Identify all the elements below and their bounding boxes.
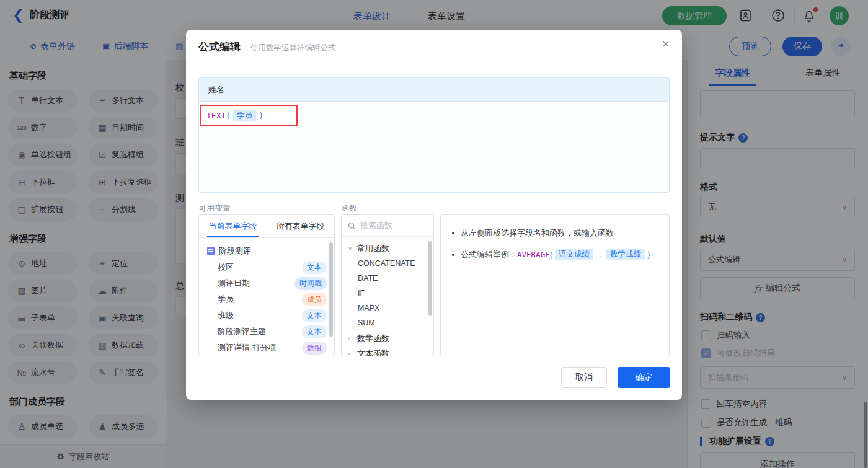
function-group-label: 数学函数 — [357, 333, 389, 344]
bullet-icon — [452, 232, 454, 234]
variable-name: 测评日期 — [218, 278, 294, 289]
variables-scrollbar[interactable] — [329, 242, 333, 337]
confirm-button[interactable]: 确定 — [618, 367, 670, 388]
search-placeholder: 搜索函数 — [360, 220, 392, 231]
variables-tab-all[interactable]: 所有表单字段 — [267, 215, 334, 237]
variable-item-测评日期[interactable]: 测评日期时间戳 — [199, 275, 334, 291]
function-item-CONCATENATE[interactable]: CONCATENATE — [342, 256, 433, 271]
formula-input-area[interactable]: TEXT(学员) — [199, 102, 669, 193]
variables-tabs: 当前表单字段所有表单字段 — [199, 215, 334, 238]
variable-type-badge: 数组 — [302, 342, 327, 355]
modal-subtitle: 使用数学运算符编辑公式 — [250, 43, 336, 53]
formula-help-box: 从左侧面板选择字段名和函数，或输入函数 公式编辑举例： AVERAGE(语文成绩… — [440, 214, 670, 356]
function-item-IF[interactable]: IF — [342, 286, 433, 301]
formula-editor-modal: 公式编辑 使用数学运算符编辑公式 × 姓名 = TEXT(学员) 可用变量 当前… — [186, 30, 682, 400]
function-item-MAPX[interactable]: MAPX — [342, 301, 433, 316]
cancel-button[interactable]: 取消 — [561, 367, 607, 388]
formula-function: TEXT — [206, 111, 226, 120]
variable-name: 测评详情.打分项 — [218, 342, 302, 353]
function-item-DATE[interactable]: DATE — [342, 271, 433, 286]
help-line-1: 从左侧面板选择字段名和函数，或输入函数 — [452, 227, 658, 239]
modal-title: 公式编辑 — [198, 40, 241, 54]
formula-target-label: 姓名 = — [199, 78, 669, 102]
variable-type-badge: 文本 — [302, 261, 327, 274]
variable-type-badge: 文本 — [302, 309, 327, 322]
variable-item-班级[interactable]: 班级文本 — [199, 307, 334, 324]
variable-type-badge: 文本 — [302, 325, 327, 338]
caret-down-icon: ∨ — [348, 245, 353, 252]
function-group-label: 常用函数 — [357, 243, 389, 254]
variable-item-学员[interactable]: 学员成员 — [199, 291, 334, 307]
variable-type-badge: 时间戳 — [294, 277, 327, 290]
variable-name: 校区 — [218, 262, 302, 273]
functions-label: 函数 — [341, 203, 357, 214]
variable-item-校区[interactable]: 校区文本 — [199, 259, 334, 275]
variable-root-label: 阶段测评 — [219, 245, 251, 257]
function-search-input[interactable]: 搜索函数 — [342, 215, 433, 237]
variable-root-node[interactable]: 阶段测评 — [199, 243, 334, 259]
variables-tab-current[interactable]: 当前表单字段 — [199, 215, 267, 237]
variable-name: 阶段测评主题 — [218, 326, 302, 337]
function-group-文本函数[interactable]: ›文本函数 — [342, 346, 433, 356]
variable-name: 班级 — [218, 310, 302, 321]
help-line-2: 公式编辑举例： AVERAGE(语文成绩，数学成绩) — [452, 249, 658, 260]
formula-error-highlight: TEXT(学员) — [200, 105, 298, 126]
function-group-label: 文本函数 — [357, 348, 389, 357]
form-doc-icon — [207, 247, 215, 255]
caret-right-icon: › — [348, 335, 353, 342]
functions-scrollbar[interactable] — [428, 241, 432, 316]
functions-box: 搜索函数 ∨常用函数CONCATENATEDATEIFMAPXSUM›数学函数›… — [341, 214, 434, 356]
variable-item-测评详情.打分项[interactable]: 测评详情.打分项数组 — [199, 340, 334, 356]
variable-name: 学员 — [218, 294, 302, 305]
bullet-icon — [452, 254, 454, 256]
caret-right-icon: › — [348, 350, 353, 356]
search-icon — [348, 222, 356, 230]
variable-type-badge: 成员 — [302, 293, 327, 306]
function-group-常用函数[interactable]: ∨常用函数 — [342, 241, 433, 256]
variables-label: 可用变量 — [198, 203, 231, 214]
app-root: ❮ 阶段测评 表单设计表单设置 数据管理 训 ⊘表单外链▣后端脚本▥数据权 预览… — [0, 0, 868, 468]
variables-box: 当前表单字段所有表单字段 阶段测评校区文本测评日期时间戳学员成员班级文本阶段测评… — [198, 214, 335, 356]
function-item-SUM[interactable]: SUM — [342, 316, 433, 330]
variable-item-阶段测评主题[interactable]: 阶段测评主题文本 — [199, 324, 334, 340]
field-chip: 学员 — [233, 110, 256, 121]
close-icon[interactable]: × — [662, 37, 670, 51]
formula-editor-box: 姓名 = TEXT(学员) — [198, 77, 670, 193]
function-group-数学函数[interactable]: ›数学函数 — [342, 330, 433, 346]
